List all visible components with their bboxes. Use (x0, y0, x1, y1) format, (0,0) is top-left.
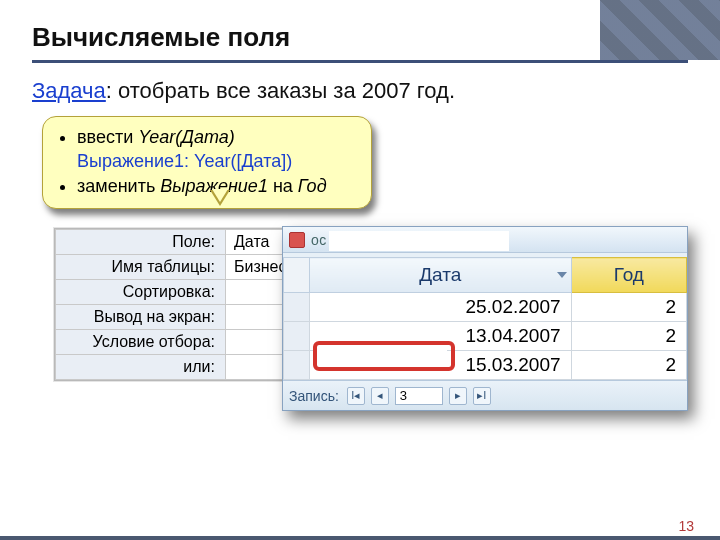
decorative-diamond-band (600, 0, 720, 60)
datasheet-titlebar[interactable]: ос (283, 227, 687, 253)
design-label-show: Вывод на экран: (56, 305, 226, 330)
design-label-sort: Сортировка: (56, 280, 226, 305)
datasheet-window-title: ос (311, 232, 681, 248)
cell-date[interactable]: 15.03.2007 (310, 351, 572, 380)
cell-year[interactable]: 2 (571, 293, 686, 322)
task-text: : отобрать все заказы за 2007 год. (106, 78, 455, 103)
task-label: Задача (32, 78, 106, 103)
row-selector-header[interactable] (284, 258, 310, 293)
design-label-or: или: (56, 355, 226, 380)
cell-year[interactable]: 2 (571, 322, 686, 351)
callout-step-1: ввести Year(Дата) Выражение1: Year([Дата… (77, 125, 355, 174)
task-line: Задача: отобрать все заказы за 2007 год. (32, 78, 455, 104)
table-row: 15.03.2007 2 (284, 351, 687, 380)
column-header-date[interactable]: Дата (310, 258, 572, 293)
callout-expression: Выражение1: Year([Дата]) (77, 149, 355, 173)
page-title: Вычисляемые поля (32, 22, 290, 53)
design-label-field: Поле: (56, 230, 226, 255)
record-navigator: Запись: I◂ ◂ ▸ ▸I (283, 380, 687, 410)
column-header-year[interactable]: Год (571, 258, 686, 293)
nav-prev-button[interactable]: ◂ (371, 387, 389, 405)
cell-date[interactable]: 25.02.2007 (310, 293, 572, 322)
design-label-table: Имя таблицы: (56, 255, 226, 280)
table-row: 25.02.2007 2 (284, 293, 687, 322)
nav-last-button[interactable]: ▸I (473, 387, 491, 405)
callout-pointer-icon (210, 190, 230, 206)
nav-record-input[interactable] (395, 387, 443, 405)
footer-band (0, 536, 720, 540)
datasheet-window: ос Дата Год 25.02.2007 2 13.04.2007 2 15… (282, 226, 688, 411)
table-row: 13.04.2007 2 (284, 322, 687, 351)
nav-next-button[interactable]: ▸ (449, 387, 467, 405)
design-label-criteria: Условие отбора: (56, 330, 226, 355)
title-underline (32, 60, 688, 63)
cell-date[interactable]: 13.04.2007 (310, 322, 572, 351)
row-selector[interactable] (284, 293, 310, 322)
datasheet-table: Дата Год 25.02.2007 2 13.04.2007 2 15.03… (283, 257, 687, 380)
row-selector[interactable] (284, 351, 310, 380)
row-selector[interactable] (284, 322, 310, 351)
app-icon (289, 232, 305, 248)
nav-label: Запись: (289, 388, 339, 404)
nav-first-button[interactable]: I◂ (347, 387, 365, 405)
cell-year[interactable]: 2 (571, 351, 686, 380)
instruction-callout: ввести Year(Дата) Выражение1: Year([Дата… (42, 116, 372, 209)
chevron-down-icon[interactable] (557, 272, 567, 278)
page-number: 13 (678, 518, 694, 534)
